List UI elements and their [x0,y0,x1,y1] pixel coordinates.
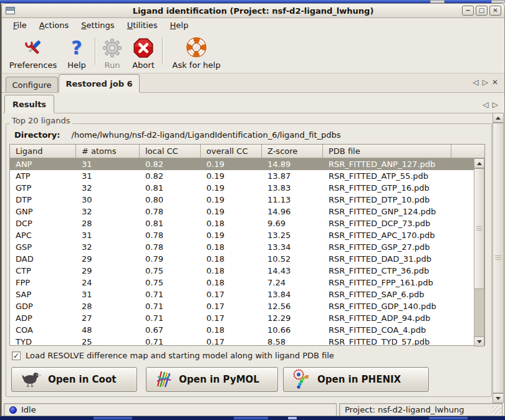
cell-z-score: 13.87 [262,171,323,181]
table-row[interactable]: ANP 31 0.82 0.19 14.89 RSR_FITTED_ANP_12… [10,158,474,170]
table-row[interactable]: SAP 31 0.71 0.17 13.84 RSR_FITTED_SAP_6.… [10,289,474,300]
table-row[interactable]: DAD 29 0.79 0.18 10.52 RSR_FITTED_DAD_31… [10,253,474,265]
panel-scroll-up-icon[interactable] [493,113,504,123]
cell-atoms: 30 [76,195,140,204]
cell-z-score: 14.96 [262,207,323,216]
cell-local-cc: 0.75 [140,266,201,275]
results-scroll-right-icon[interactable]: ▷ [493,101,498,108]
header-overall-cc[interactable]: overall CC [201,145,262,158]
menu-actions[interactable]: Actions [33,19,75,32]
table-row[interactable]: FPP 24 0.75 0.18 7.24 RSR_FITTED_FPP_161… [10,277,474,289]
menu-help[interactable]: Help [164,19,195,32]
preferences-button[interactable]: Preferences [6,32,60,70]
scrollbar-trough[interactable] [474,289,484,336]
coot-bird-icon [19,370,43,390]
tab-configure[interactable]: Configure [6,77,58,92]
cell-overall-cc: 0.18 [201,242,262,252]
results-scroll-left-icon[interactable]: ◁ [483,101,489,108]
table-row[interactable]: DCP 28 0.81 0.18 9.69 RSR_FITTED_DCP_73.… [10,217,474,229]
directory-line: Directory: /home/lwhung/nsf-d2-ligand/Li… [14,130,341,140]
maximize-button[interactable]: □ [476,6,488,16]
pymol-ribbon-icon [154,369,174,391]
header-atoms[interactable]: # atoms [76,145,140,158]
cell-atoms: 28 [76,219,140,228]
ask-for-help-button[interactable]: Ask for help [165,32,228,70]
cell-ligand: SAP [10,290,76,299]
cell-ligand: FPP [10,278,76,287]
scroll-down-icon[interactable] [474,336,484,346]
cell-z-score: 13.83 [262,183,323,193]
cell-pdb-file: RSR_FITTED_CTP_36.pdb [323,266,466,275]
load-map-label: Load RESOLVE difference map and starting… [26,351,334,360]
table-row[interactable]: COA 48 0.67 0.18 10.66 RSR_FITTED_COA_4.… [10,324,474,336]
panel-scroll-down-icon[interactable] [493,393,504,403]
cell-atoms: 32 [76,207,140,216]
cell-overall-cc: 0.19 [201,171,262,181]
cell-atoms: 48 [76,325,140,335]
cell-local-cc: 0.78 [140,242,201,252]
menu-file[interactable]: File [7,19,33,32]
table-row[interactable]: GTP 32 0.81 0.19 13.83 RSR_FITTED_GTP_16… [10,182,474,194]
header-ligand[interactable]: Ligand [10,145,76,158]
cell-atoms: 32 [76,242,140,252]
job-panel: Results ◁ ▷ Top 20 ligands Directory: /h… [2,93,504,403]
abort-button[interactable]: Abort [127,32,160,70]
cell-atoms: 28 [76,302,140,311]
tab-scroll-right-icon[interactable]: ▷ [483,79,488,86]
cell-overall-cc: 0.18 [201,219,262,228]
tab-results[interactable]: Results [4,95,54,113]
cell-pdb-file: RSR_FITTED_ANP_127.pdb [323,160,466,169]
cell-atoms: 29 [76,254,140,264]
cell-ligand: ATP [10,171,76,181]
tab-close-icon[interactable]: ✕ [492,79,498,86]
tab-scroll-left-icon[interactable]: ◁ [473,79,478,86]
cell-local-cc: 0.71 [140,313,201,323]
table-row[interactable]: ATP 31 0.82 0.19 13.87 RSR_FITTED_ATP_55… [10,170,474,182]
table-row[interactable]: GSP 32 0.78 0.18 13.34 RSR_FITTED_GSP_27… [10,241,474,253]
cell-pdb-file: RSR_FITTED_GDP_140.pdb [323,302,466,311]
cell-overall-cc: 0.18 [201,278,262,287]
titlebar[interactable]: Ligand identification (Project: nsf-d2-l… [2,4,504,18]
table-row[interactable]: DTP 30 0.80 0.19 11.13 RSR_FITTED_DTP_10… [10,194,474,206]
scroll-up-icon[interactable] [474,158,484,168]
cell-atoms: 29 [76,266,140,275]
project-pane: Project: nsf-d2-ligand_lwhung [339,403,503,416]
open-in-coot-button[interactable]: Open in Coot [11,367,137,392]
table-scrollbar[interactable] [474,158,484,346]
cell-overall-cc: 0.19 [201,160,262,169]
tab-restored-job-6[interactable]: Restored job 6 [59,74,140,92]
header-local-cc[interactable]: local CC [140,145,201,158]
panel-scrollbar-thumb[interactable] [493,123,504,393]
minimize-button[interactable]: − [462,6,474,16]
table-body: ANP 31 0.82 0.19 14.89 RSR_FITTED_ANP_12… [10,158,474,345]
table-row[interactable]: ADP 27 0.71 0.17 12.29 RSR_FITTED_ADP_94… [10,312,474,324]
resize-grip[interactable] [491,406,501,414]
header-z-score[interactable]: Z-score [262,145,323,158]
table-row[interactable]: GDP 28 0.71 0.17 12.56 RSR_FITTED_GDP_14… [10,300,474,312]
close-button[interactable]: ✕ [489,6,501,16]
cell-pdb-file: RSR_FITTED_GNP_124.pdb [323,207,466,216]
cell-local-cc: 0.82 [140,171,201,181]
cell-ligand: GNP [10,207,76,216]
lifebuoy-icon [185,36,208,60]
table-row[interactable]: APC 31 0.78 0.19 13.25 RSR_FITTED_APC_17… [10,229,474,241]
open-in-phenix-button[interactable]: Open in PHENIX [283,367,429,392]
cell-z-score: 12.56 [262,302,323,311]
scrollbar-thumb[interactable] [474,168,484,289]
cell-z-score: 14.89 [262,160,323,169]
header-pdb-file[interactable]: PDB file [323,145,451,158]
open-in-pymol-button[interactable]: Open in PyMOL [146,367,278,392]
table-row[interactable]: GNP 32 0.78 0.19 14.96 RSR_FITTED_GNP_12… [10,206,474,217]
run-button[interactable]: Run [98,32,127,70]
cell-ligand: GTP [10,183,76,193]
table-row[interactable]: CTP 29 0.75 0.18 14.43 RSR_FITTED_CTP_36… [10,265,474,277]
cell-z-score: 13.25 [262,231,323,240]
panel-scrollbar[interactable] [493,113,504,403]
cell-atoms: 25 [76,337,140,345]
menu-utilities[interactable]: Utilities [121,19,164,32]
menu-settings[interactable]: Settings [75,19,120,32]
load-map-checkbox[interactable]: ✓ [12,351,21,360]
help-button[interactable]: ? Help [60,32,93,70]
table-row[interactable]: TYD 25 0.71 0.17 8.58 RSR_FITTED_TYD_57.… [10,336,474,345]
cell-ligand: ADP [10,313,76,323]
